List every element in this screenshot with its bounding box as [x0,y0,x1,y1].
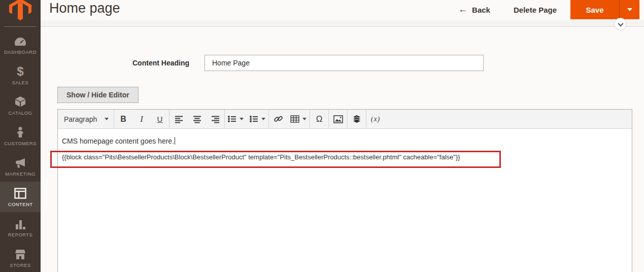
numbered-list-button[interactable] [247,110,268,128]
chevron-down-icon [627,8,632,11]
chevron-down-icon [618,20,623,26]
sales-icon: $ [17,65,23,77]
sidebar-item-sales[interactable]: $ SALES [0,60,41,90]
magento-logo-icon[interactable] [9,0,31,21]
reports-icon [14,217,26,229]
insert-image-button[interactable] [329,110,347,128]
align-left-button[interactable] [170,110,188,128]
sidebar-item-marketing[interactable]: MARKETING [0,151,41,182]
save-split-button: Save [570,0,639,19]
special-character-button[interactable]: Ω [310,110,328,128]
text-cursor [175,137,175,145]
sidebar-item-label: MARKETING [5,171,36,177]
stores-icon [14,248,26,260]
wysiwyg-editor: Paragraph B I U [57,109,632,272]
content-heading-input[interactable] [205,55,484,71]
chevron-down-icon [261,118,265,120]
page-actions: ← Back Delete Page Save [458,0,639,19]
sidebar-item-label: SALES [12,80,29,85]
insert-table-button[interactable] [287,110,310,128]
sidebar-item-content[interactable]: CONTENT [0,182,41,212]
sidebar-item-label: REPORTS [8,232,33,237]
underline-button[interactable]: U [151,110,169,128]
customers-icon [15,126,25,138]
sidebar-item-catalog[interactable]: CATALOG [0,90,41,121]
italic-button[interactable]: I [132,110,151,128]
insert-widget-button[interactable] [348,110,366,128]
magento-admin-cms-page-edit: DASHBOARD $ SALES CATALOG CUSTOMERS [0,0,644,272]
bullet-list-button[interactable] [225,110,247,128]
chevron-down-icon [302,118,307,120]
admin-menu: DASHBOARD $ SALES CATALOG CUSTOMERS [0,29,41,272]
content-heading-label: Content Heading [57,55,189,71]
catalog-icon [14,95,26,108]
content-icon [14,187,26,199]
sidebar-divider [4,26,37,27]
chevron-down-icon [105,118,109,120]
paragraph-format-dropdown[interactable]: Paragraph [58,110,114,128]
delete-page-button[interactable]: Delete Page [514,6,557,14]
sidebar-item-customers[interactable]: CUSTOMERS [0,121,41,151]
admin-sidebar: DASHBOARD $ SALES CATALOG CUSTOMERS [0,0,41,272]
show-hide-editor-button[interactable]: Show / Hide Editor [57,87,139,103]
page-title: Home page [49,1,120,16]
insert-variable-button[interactable]: (x) [366,110,385,128]
chevron-down-icon [240,118,244,120]
back-arrow-icon: ← [458,4,467,15]
sidebar-item-label: DASHBOARD [4,49,37,55]
sidebar-item-reports[interactable]: REPORTS [0,212,41,243]
sidebar-item-label: STORES [10,262,30,268]
sidebar-item-dashboard[interactable]: DASHBOARD [0,29,41,60]
save-button[interactable]: Save [570,0,619,19]
align-center-button[interactable] [188,110,206,128]
sidebar-item-label: CONTENT [8,201,33,207]
sidebar-item-label: CUSTOMERS [4,141,37,146]
sidebar-item-label: CATALOG [9,110,32,116]
bold-button[interactable]: B [114,110,132,128]
editor-block-directive-line: {{block class="Pits\BestsellerProducts\B… [62,153,628,161]
section-collapse-toggle[interactable] [614,18,627,30]
align-right-button[interactable] [206,110,224,128]
marketing-icon [14,156,26,168]
editor-text-line: CMS homepage content goes here. [62,137,628,145]
editor-toolbar: Paragraph B I U [58,110,632,129]
editor-content-area[interactable]: CMS homepage content goes here. {{block … [58,129,632,272]
insert-link-button[interactable] [269,110,287,128]
back-button[interactable]: ← Back [458,5,490,15]
content-heading-field-row: Content Heading [57,55,484,71]
page-actions-band [41,20,644,27]
save-options-caret-button[interactable] [619,0,639,19]
sidebar-item-stores[interactable]: STORES [0,243,41,272]
dashboard-icon [14,35,27,47]
